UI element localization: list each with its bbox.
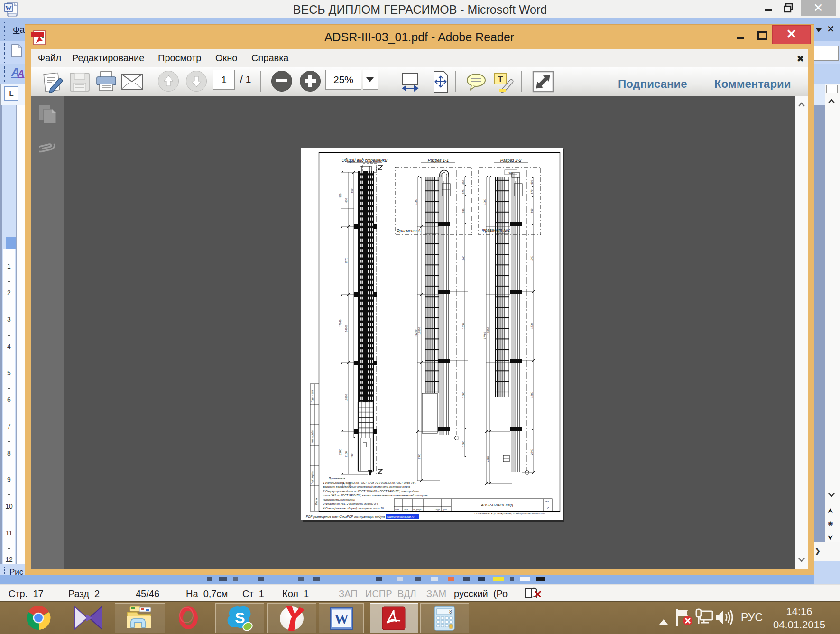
svg-text:500: 500 <box>351 188 353 193</box>
svg-text:3 Фрагмент №1, 2 смотреть лис: 3 Фрагмент №1, 2 смотреть листы 3,4 <box>323 503 378 505</box>
svg-text:www.стройка.pdf.ru: www.стройка.pdf.ru <box>387 515 415 518</box>
svg-text:№ докум.: № докум. <box>413 508 422 511</box>
svg-text:ООО Рикамбьо ▼ ул.5-Кожухов: ООО Рикамбьо ▼ ул.5-Кожуховская, 10 вайб… <box>475 512 545 515</box>
svg-text:W: W <box>334 611 349 626</box>
svg-text:6: 6 <box>7 396 11 403</box>
svg-text:Подп. и дата: Подп. и дата <box>311 390 314 402</box>
svg-text:17760: 17760 <box>483 332 486 339</box>
svg-text:7: 7 <box>7 422 11 430</box>
svg-text:2700: 2700 <box>339 449 342 455</box>
svg-text:600: 600 <box>530 180 533 184</box>
svg-text:12600: 12600 <box>418 327 421 334</box>
svg-text:2: 2 <box>546 506 549 510</box>
svg-text:1800: 1800 <box>462 441 465 447</box>
svg-text:1 Использовать болты по ГОСТ 7: 1 Использовать болты по ГОСТ 7798-70 и г… <box>323 481 416 484</box>
svg-text:Фрагмент А: Фрагмент А <box>397 228 421 233</box>
svg-text:2700: 2700 <box>418 454 421 459</box>
svg-text:17040: 17040 <box>339 319 342 326</box>
svg-text:1800: 1800 <box>530 392 533 398</box>
svg-text:1800: 1800 <box>530 323 533 329</box>
svg-text:Разрез 1-1: Разрез 1-1 <box>428 158 449 163</box>
svg-text:2: 2 <box>7 289 11 297</box>
svg-text:2640: 2640 <box>530 449 533 455</box>
svg-text:Дата: Дата <box>443 508 447 511</box>
svg-text:600: 600 <box>508 171 513 174</box>
svg-text:8: 8 <box>449 609 452 615</box>
svg-text:890: 890 <box>530 208 533 213</box>
svg-text:Подп. и дата: Подп. и дата <box>311 471 314 484</box>
svg-text:630: 630 <box>345 198 348 202</box>
svg-text:5: 5 <box>7 369 11 377</box>
svg-text:Общий вид стремянки: Общий вид стремянки <box>342 158 387 163</box>
svg-text:890: 890 <box>462 208 465 213</box>
svg-text:3: 3 <box>7 316 11 323</box>
svg-text:1000: 1000 <box>483 199 486 205</box>
svg-text:1800: 1800 <box>462 392 465 398</box>
svg-text:4 Спецификацию сборки) смотрет: 4 Спецификацию сборки) смотреть лист 16 <box>323 507 384 510</box>
svg-text:S: S <box>235 609 245 626</box>
svg-text:11: 11 <box>6 529 13 537</box>
svg-text:Инв. № дубл.: Инв. № дубл. <box>311 430 314 443</box>
svg-text:14000: 14000 <box>345 325 348 332</box>
svg-text:2160: 2160 <box>345 451 348 457</box>
svg-text:600: 600 <box>462 180 465 184</box>
svg-text:9: 9 <box>7 476 11 484</box>
svg-text:4: 4 <box>7 343 11 350</box>
svg-text:1940: 1940 <box>462 256 465 261</box>
svg-text:РОР размещение апел СоюзРОР: РОР размещение апел СоюзРОР эксплуатация… <box>306 515 388 519</box>
svg-text:12600: 12600 <box>345 394 348 401</box>
svg-text:Изм: Изм <box>395 508 399 511</box>
svg-text:2 Сварку производить по ГОСТ 5: 2 Сварку производить по ГОСТ 5264-80 и Г… <box>323 490 419 493</box>
svg-text:T: T <box>498 75 503 84</box>
svg-text:12: 12 <box>5 556 13 563</box>
svg-text:1: 1 <box>7 262 11 270</box>
svg-text:10: 10 <box>5 503 13 510</box>
svg-text:типа Э42 по ГОСТ 9466-78*, кат: типа Э42 по ГОСТ 9466-78*, катет шва наз… <box>323 494 428 497</box>
svg-text:4200: 4200 <box>487 456 489 462</box>
svg-text:Лист: Лист <box>404 508 408 511</box>
svg-text:460: 460 <box>351 453 353 457</box>
svg-text:ADSR-В-04/01 КМД: ADSR-В-04/01 КМД <box>480 503 513 507</box>
svg-text:500: 500 <box>339 193 342 197</box>
svg-text:Разрез 2-2: Разрез 2-2 <box>500 158 522 163</box>
svg-text:2570: 2570 <box>345 258 348 263</box>
svg-text:15240: 15240 <box>415 329 417 336</box>
svg-text:Лист: Лист <box>545 500 549 503</box>
svg-text:1940: 1940 <box>530 256 533 261</box>
svg-text:1000: 1000 <box>415 199 417 205</box>
svg-text:8: 8 <box>7 449 11 457</box>
svg-text:670: 670 <box>530 189 533 194</box>
svg-text:W: W <box>6 4 12 11</box>
svg-text:Вариант рассверленных отверсти: Вариант рассверленных отверстий применят… <box>323 485 411 488</box>
svg-text:(свариваемых деталей): (свариваемых деталей) <box>323 498 355 501</box>
svg-text:12600: 12600 <box>487 327 489 334</box>
svg-text:1800: 1800 <box>462 323 465 329</box>
svg-text:670: 670 <box>462 189 465 194</box>
svg-text:Инв. №: Инв. № <box>315 497 318 505</box>
svg-text:Подп.: Подп. <box>435 508 440 511</box>
svg-text:Примечания:: Примечания: <box>329 477 346 480</box>
